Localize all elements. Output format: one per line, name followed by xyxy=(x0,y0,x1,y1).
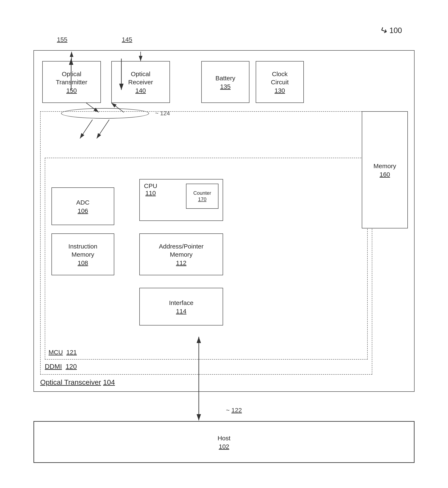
ddmi-name: DDMI xyxy=(45,363,62,370)
host-name: Host xyxy=(218,434,231,442)
adc-name: ADC xyxy=(76,198,89,206)
ref-145: 145 xyxy=(122,36,132,43)
optical-transceiver-number: 104 xyxy=(103,378,115,386)
battery-box: Battery 135 xyxy=(201,61,249,103)
optical-transmitter-name: Optical Transmitter xyxy=(56,70,88,86)
counter-name: Counter xyxy=(193,190,211,196)
memory-box: Memory 160 xyxy=(362,111,408,228)
clock-circuit-name: Clock Circuit xyxy=(271,70,288,86)
diagram-title: 100 xyxy=(389,26,402,35)
memory-name: Memory xyxy=(374,162,396,170)
instruction-memory-name: Instruction Memory xyxy=(68,242,97,259)
ddmi-box: ADC 106 Instruction Memory 108 CPU 110 xyxy=(40,111,372,375)
cpu-area: CPU 110 Counter 170 xyxy=(139,179,223,221)
mcu-number: 121 xyxy=(66,349,77,356)
clock-circuit-number: 130 xyxy=(274,87,285,94)
memory-number: 160 xyxy=(380,171,390,178)
mcu-name: MCU xyxy=(48,349,63,356)
cpu-name: CPU xyxy=(144,182,157,189)
battery-number: 135 xyxy=(220,83,231,90)
optical-transmitter-box: Optical Transmitter 150 xyxy=(42,61,101,103)
counter-number: 170 xyxy=(198,197,206,202)
instruction-memory-box: Instruction Memory 108 xyxy=(51,233,114,275)
address-pointer-memory-number: 112 xyxy=(176,259,186,267)
diagram-reference: ↵ 100 xyxy=(380,25,402,36)
arrow-icon: ↵ xyxy=(378,24,389,37)
optical-transceiver-label: Optical Transceiver 104 xyxy=(40,378,115,386)
adc-number: 106 xyxy=(78,207,88,214)
mcu-label: MCU 121 xyxy=(48,349,77,356)
optical-transmitter-number: 150 xyxy=(66,87,77,94)
address-pointer-memory-box: Address/Pointer Memory 112 xyxy=(139,233,223,275)
ddmi-label: DDMI 120 xyxy=(45,363,77,370)
interface-number: 114 xyxy=(176,308,186,315)
adc-box: ADC 106 xyxy=(51,187,114,225)
host-box: Host 102 xyxy=(33,421,415,463)
optical-receiver-number: 140 xyxy=(135,87,146,94)
ddmi-number: 120 xyxy=(66,363,77,370)
counter-box: Counter 170 xyxy=(186,184,218,209)
cpu-label: CPU 110 xyxy=(144,182,157,197)
mcu-box: ADC 106 Instruction Memory 108 CPU 110 xyxy=(45,158,368,360)
interface-box: Interface 114 xyxy=(139,288,223,325)
optical-transceiver-box: 155 145 Optical Transmitter 150 Optical … xyxy=(33,50,415,392)
host-number: 102 xyxy=(219,443,229,450)
clock-circuit-box: Clock Circuit 130 xyxy=(256,61,304,103)
optical-receiver-name: Optical Receiver xyxy=(128,70,153,86)
optical-receiver-box: Optical Receiver 140 xyxy=(111,61,170,103)
optical-transceiver-name: Optical Transceiver xyxy=(40,378,101,386)
address-pointer-memory-name: Address/Pointer Memory xyxy=(159,242,203,259)
interface-name: Interface xyxy=(169,299,193,307)
cpu-number: 110 xyxy=(144,189,157,197)
ref-155: 155 xyxy=(57,36,67,43)
instruction-memory-number: 108 xyxy=(78,259,88,267)
ref-122: ~ 122 xyxy=(226,407,242,414)
battery-name: Battery xyxy=(215,74,235,82)
